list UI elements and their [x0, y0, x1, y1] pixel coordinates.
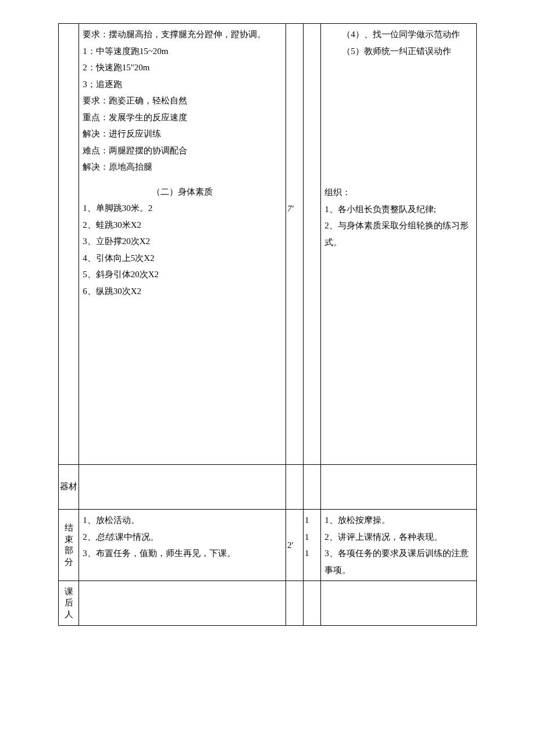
organization-cell: （4）、找一位同学做示范动作 （5）教师统一纠正错误动作 组织： 1、各小组长负…: [321, 24, 477, 465]
requirement-text: 要求：摆动腿高抬，支撑腿充分蹬伸，蹬协调。: [83, 26, 282, 43]
org-label: 组织：: [324, 184, 473, 201]
org-item: 1、各小组长负责整队及纪律;: [324, 201, 473, 218]
count-cell: 1 1 1: [304, 510, 321, 581]
label-char: 后: [60, 597, 77, 609]
label-char: 束: [60, 534, 77, 546]
list-item: 4、引体向上5次X2: [83, 250, 282, 267]
lesson-plan-table: 要求：摆动腿高抬，支撑腿充分蹬伸，蹬协调。 1：中等速度跑15~20m 2：快速…: [58, 23, 477, 626]
ending-notes-cell: 1、放松按摩操。 2、讲评上课情况，各种表现。 3、各项任务的要求及课后训练的注…: [321, 510, 477, 581]
table-row: 结 束 部 分 1、放松活动。 2、总结.课中情况。 3、布置任务，值勤，师生再…: [59, 510, 477, 581]
label-char: 结: [60, 522, 77, 534]
time-cell: 7′: [286, 24, 303, 465]
table-row: 器材: [59, 465, 477, 510]
key-point: 难点：两腿蹬摆的协调配合: [83, 142, 282, 159]
time-cell: [286, 581, 303, 626]
label-char: 分: [60, 557, 77, 568]
note-item: （5）教师统一纠正错误动作: [324, 43, 473, 60]
count-cell: [304, 24, 321, 465]
key-point: 解决：原地高抬腿: [83, 159, 282, 175]
list-item: 5、斜身引体20次X2: [83, 266, 282, 283]
list-item: 2、蛙跳30米X2: [83, 217, 282, 234]
key-point: 解决：进行反应训练: [83, 126, 282, 142]
count-value: 1: [305, 529, 319, 546]
label-char: 人: [60, 609, 77, 621]
key-point: 重点：发展学生的反应速度: [83, 109, 282, 126]
label-char: 部: [60, 545, 77, 557]
org-item: 2、与身体素质采取分组轮换的练习形式。: [324, 217, 473, 250]
count-cell: [304, 581, 321, 626]
list-item: 2：快速跑15"20m: [83, 59, 282, 76]
list-item: 1：中等速度跑15~20m: [83, 43, 282, 60]
label-char: 课: [60, 586, 77, 598]
list-item: 1、放松活动。: [83, 512, 282, 529]
note-item: 1、放松按摩操。: [324, 512, 473, 529]
ending-content-cell: 1、放松活动。 2、总结.课中情况。 3、布置任务，值勤，师生再见，下课。: [79, 510, 286, 581]
section-title: （二）身体素质: [83, 184, 282, 200]
row-label-after: 课 后 人: [59, 581, 79, 626]
row-label-cell: [59, 24, 79, 465]
requirement-text: 要求：跑姿正确，轻松自然: [83, 92, 282, 109]
row-label-ending: 结 束 部 分: [59, 510, 79, 581]
list-item: 1、单脚跳30米。2: [83, 200, 282, 217]
list-item: 3；追逐跑: [83, 76, 282, 93]
count-cell: [304, 465, 321, 510]
table-row: 课 后 人: [59, 581, 477, 626]
label-text: 器材: [60, 481, 77, 493]
count-value: 1: [305, 512, 319, 529]
note-item: 3、各项任务的要求及课后训练的注意事项。: [324, 545, 473, 578]
count-value: 1: [305, 545, 319, 562]
time-cell: 2′: [286, 510, 303, 581]
list-item: 3、立卧撑20次X2: [83, 233, 282, 250]
time-value: 7′: [287, 200, 302, 217]
main-content-cell: 要求：摆动腿高抬，支撑腿充分蹬伸，蹬协调。 1：中等速度跑15~20m 2：快速…: [79, 24, 286, 465]
list-item: 3、布置任务，值勤，师生再见，下课。: [83, 545, 282, 562]
note-item: （4）、找一位同学做示范动作: [324, 26, 473, 43]
list-item: 6、纵跳30次X2: [83, 283, 282, 300]
after-notes-cell: [321, 581, 477, 626]
time-cell: [286, 465, 303, 510]
note-item: 2、讲评上课情况，各种表现。: [324, 529, 473, 546]
list-item: 2、总结.课中情况。: [83, 529, 282, 546]
after-content-cell: [79, 581, 286, 626]
row-label-equipment: 器材: [59, 465, 79, 510]
equipment-notes-cell: [321, 465, 477, 510]
equipment-cell: [79, 465, 286, 510]
time-value: 2′: [287, 537, 302, 554]
table-row: 要求：摆动腿高抬，支撑腿充分蹬伸，蹬协调。 1：中等速度跑15~20m 2：快速…: [59, 24, 477, 465]
